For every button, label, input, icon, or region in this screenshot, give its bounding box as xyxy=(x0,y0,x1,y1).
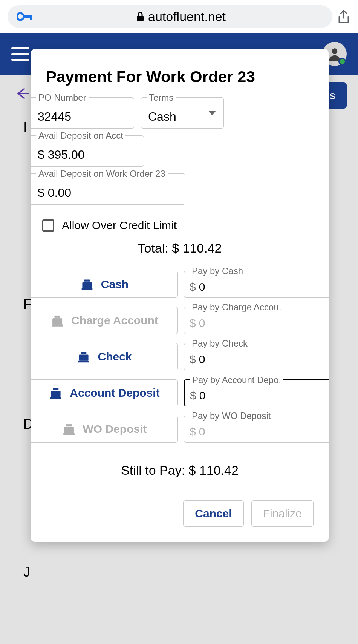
avail-deposit-acct-value: $ 395.00 xyxy=(38,148,85,161)
browser-address-bar: autofluent.net xyxy=(0,0,358,33)
svg-rect-7 xyxy=(81,288,92,290)
dollar-prefix: $ xyxy=(190,353,196,366)
avail-deposit-wo-field: Avail Deposit on Work Order 23 $ 0.00 xyxy=(31,173,185,205)
finalize-button: Finalize xyxy=(251,500,314,527)
svg-rect-6 xyxy=(84,279,90,281)
terms-label: Terms xyxy=(147,92,176,103)
svg-rect-18 xyxy=(66,424,71,426)
svg-rect-14 xyxy=(51,391,61,397)
dollar-prefix: $ xyxy=(190,317,196,330)
svg-rect-8 xyxy=(53,319,62,325)
avail-deposit-wo-label: Avail Deposit on Work Order 23 xyxy=(36,169,168,179)
pay-cash-input[interactable]: Pay by Cash $ 0 xyxy=(184,271,329,298)
allow-over-credit-label: Allow Over Credit Limit xyxy=(62,219,177,232)
bg-letter: F xyxy=(23,296,32,312)
cash-button-label: Cash xyxy=(101,278,129,291)
pay-check-value: 0 xyxy=(199,353,205,366)
register-icon xyxy=(80,278,94,291)
svg-rect-9 xyxy=(55,316,60,317)
payment-modal: Payment For Work Order 23 PO Number 3244… xyxy=(31,49,329,542)
account-deposit-button[interactable]: Account Deposit xyxy=(31,379,178,406)
check-button-label: Check xyxy=(98,350,132,363)
svg-rect-17 xyxy=(64,427,73,433)
svg-rect-15 xyxy=(53,388,58,390)
svg-rect-3 xyxy=(137,16,144,21)
allow-over-credit-checkbox[interactable] xyxy=(42,219,54,232)
dollar-prefix: $ xyxy=(190,425,196,438)
terms-select[interactable]: Terms Cash xyxy=(141,97,224,129)
pay-wo-deposit-label: Pay by WO Deposit xyxy=(190,411,273,421)
avail-deposit-acct-field: Avail Deposit on Acct $ 395.00 xyxy=(31,135,144,167)
address-pill[interactable]: autofluent.net xyxy=(8,5,332,28)
account-deposit-button-label: Account Deposit xyxy=(70,386,159,399)
lock-icon xyxy=(136,12,144,21)
cancel-button[interactable]: Cancel xyxy=(183,500,243,527)
pay-check-label: Pay by Check xyxy=(190,338,250,349)
svg-rect-10 xyxy=(52,325,63,327)
menu-icon[interactable] xyxy=(11,47,29,61)
svg-rect-19 xyxy=(63,433,74,435)
pay-cash-value: 0 xyxy=(199,281,205,293)
pay-account-deposit-value: 0 xyxy=(199,389,206,402)
pay-cash-label: Pay by Cash xyxy=(190,266,245,276)
check-button[interactable]: Check xyxy=(31,343,178,370)
svg-rect-16 xyxy=(50,397,61,399)
chevron-down-icon xyxy=(208,111,216,115)
dollar-prefix: $ xyxy=(190,281,196,293)
avail-deposit-wo-value: $ 0.00 xyxy=(38,186,71,199)
bg-letter: J xyxy=(23,564,30,580)
wo-deposit-button: WO Deposit xyxy=(31,416,178,443)
address-domain: autofluent.net xyxy=(148,9,226,24)
pay-charge-label: Pay by Charge Accou. xyxy=(190,302,283,313)
register-icon xyxy=(62,422,76,436)
register-icon xyxy=(76,350,91,363)
charge-account-button: Charge Account xyxy=(31,307,178,334)
svg-rect-12 xyxy=(81,352,86,354)
key-icon xyxy=(17,11,33,22)
po-number-field[interactable]: PO Number 32445 xyxy=(31,97,134,129)
pay-account-deposit-input[interactable]: Pay by Account Depo. $ 0 xyxy=(184,379,329,406)
svg-rect-2 xyxy=(30,15,32,20)
register-icon xyxy=(49,386,63,400)
svg-point-4 xyxy=(332,48,338,54)
pay-wo-deposit-value: 0 xyxy=(199,425,205,438)
pay-account-deposit-label: Pay by Account Depo. xyxy=(190,375,283,385)
svg-rect-5 xyxy=(82,282,92,288)
pay-wo-deposit-input: Pay by WO Deposit $ 0 xyxy=(184,416,329,443)
po-number-label: PO Number xyxy=(36,92,89,103)
pay-check-input[interactable]: Pay by Check $ 0 xyxy=(184,343,329,370)
status-online-dot xyxy=(338,58,346,65)
still-to-pay-label: Still to Pay: $ 110.42 xyxy=(31,452,329,500)
svg-rect-11 xyxy=(79,355,89,361)
terms-value: Cash xyxy=(148,110,176,123)
bg-letter: I xyxy=(23,119,27,135)
dollar-prefix: $ xyxy=(190,389,196,402)
avail-deposit-acct-label: Avail Deposit on Acct xyxy=(36,130,125,141)
share-icon[interactable] xyxy=(337,10,350,23)
address-text-wrap: autofluent.net xyxy=(38,9,323,24)
back-arrow[interactable] xyxy=(14,86,29,105)
charge-account-button-label: Charge Account xyxy=(71,314,158,327)
cash-button[interactable]: Cash xyxy=(31,271,178,298)
pay-charge-input: Pay by Charge Accou. $ 0 xyxy=(184,307,329,334)
total-label: Total: $ 110.42 xyxy=(31,241,329,271)
pay-charge-value: 0 xyxy=(199,317,205,330)
svg-rect-13 xyxy=(78,361,89,363)
register-icon xyxy=(50,314,64,327)
wo-deposit-button-label: WO Deposit xyxy=(83,423,147,435)
po-number-value: 32445 xyxy=(38,110,71,123)
